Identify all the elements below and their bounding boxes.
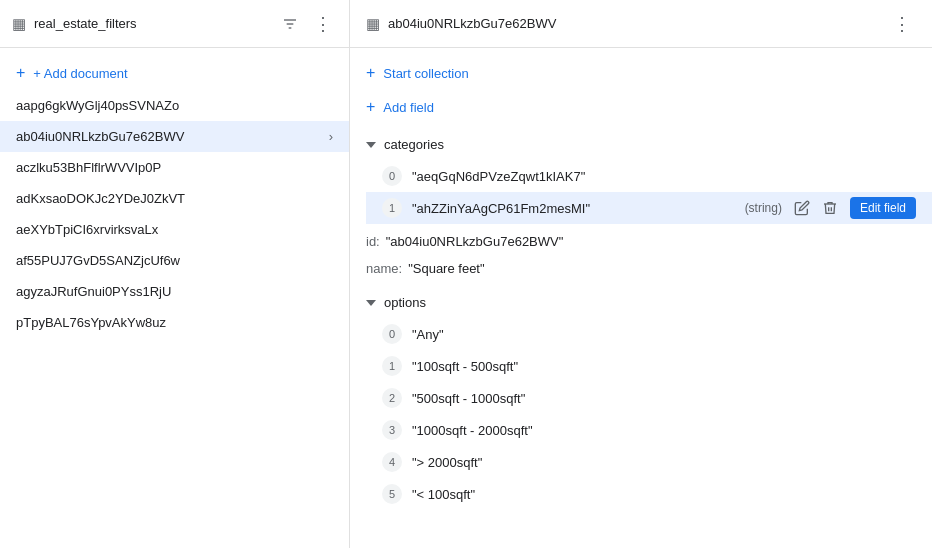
options-field: options 0 "Any" 1 "100sqft - 500sqft" 2 …	[350, 286, 932, 510]
doc-id-6: agyzaJRufGnui0PYss1RjU	[16, 284, 171, 299]
add-document-button[interactable]: + + Add document	[0, 56, 349, 90]
right-header: ▦ ab04iu0NRLkzbGu7e62BWV ⋮	[350, 0, 932, 48]
categories-item-0: 0 "aeqGqN6dPVzeZqwt1kIAK7"	[366, 160, 932, 192]
doc-item-3[interactable]: adKxsaoDOKJc2YDeJ0ZkVT	[0, 183, 349, 214]
categories-index-1: 1	[382, 198, 402, 218]
options-item-1: 1 "100sqft - 500sqft"	[366, 350, 932, 382]
options-item-3: 3 "1000sqft - 2000sqft"	[366, 414, 932, 446]
right-panel: ▦ ab04iu0NRLkzbGu7e62BWV ⋮ + Start colle…	[350, 0, 932, 548]
options-header-row: options	[350, 286, 932, 318]
more-options-left-button[interactable]: ⋮	[310, 11, 337, 37]
options-item-5: 5 "< 100sqft"	[366, 478, 932, 510]
doc-id-7: pTpyBAL76sYpvAkYw8uz	[16, 315, 166, 330]
expand-categories-icon[interactable]	[366, 137, 376, 151]
name-value: "Square feet"	[408, 261, 484, 276]
categories-type-1: (string)	[745, 201, 782, 215]
plus-icon-collection: +	[366, 64, 375, 82]
id-field-row: id: "ab04iu0NRLkzbGu7e62BWV"	[350, 228, 932, 255]
name-field-row: name: "Square feet"	[350, 255, 932, 282]
document-title: ab04iu0NRLkzbGu7e62BWV	[388, 16, 881, 31]
doc-item-1[interactable]: ab04iu0NRLkzbGu7e62BWV ›	[0, 121, 349, 152]
edit-categories-1-button[interactable]	[790, 196, 814, 220]
options-index-3: 3	[382, 420, 402, 440]
options-key: options	[384, 295, 426, 310]
options-index-2: 2	[382, 388, 402, 408]
categories-item-1-actions	[790, 196, 842, 220]
categories-key: categories	[384, 137, 444, 152]
doc-id-3: adKxsaoDOKJc2YDeJ0ZkVT	[16, 191, 185, 206]
filter-button[interactable]	[278, 12, 302, 36]
options-value-1: "100sqft - 500sqft"	[412, 359, 916, 374]
doc-item-4[interactable]: aeXYbTpiCI6xrvirksvaLx	[0, 214, 349, 245]
plus-icon: +	[16, 64, 25, 82]
document-icon: ▦	[12, 15, 26, 33]
add-field-label: Add field	[383, 100, 434, 115]
start-collection-button[interactable]: + Start collection	[350, 56, 932, 90]
categories-value-1: "ahZZinYaAgCP61Fm2mesMI"	[412, 201, 745, 216]
doc-id-4: aeXYbTpiCI6xrvirksvaLx	[16, 222, 158, 237]
categories-items: 0 "aeqGqN6dPVzeZqwt1kIAK7" 1 "ahZZinYaAg…	[350, 160, 932, 224]
doc-item-6[interactable]: agyzaJRufGnui0PYss1RjU	[0, 276, 349, 307]
doc-id-2: aczlku53BhFlflrWVVIp0P	[16, 160, 161, 175]
plus-icon-field: +	[366, 98, 375, 116]
start-collection-label: Start collection	[383, 66, 468, 81]
doc-item-0[interactable]: aapg6gkWyGlj40psSVNAZo	[0, 90, 349, 121]
id-key: id:	[366, 234, 380, 249]
document-icon-right: ▦	[366, 15, 380, 33]
categories-item-1: 1 "ahZZinYaAgCP61Fm2mesMI" (string)	[366, 192, 932, 224]
categories-value-0: "aeqGqN6dPVzeZqwt1kIAK7"	[412, 169, 916, 184]
categories-index-0: 0	[382, 166, 402, 186]
options-value-2: "500sqft - 1000sqft"	[412, 391, 916, 406]
delete-categories-1-button[interactable]	[818, 196, 842, 220]
doc-id-0: aapg6gkWyGlj40psSVNAZo	[16, 98, 179, 113]
options-item-2: 2 "500sqft - 1000sqft"	[366, 382, 932, 414]
doc-item-7[interactable]: pTpyBAL76sYpvAkYw8uz	[0, 307, 349, 338]
options-value-3: "1000sqft - 2000sqft"	[412, 423, 916, 438]
options-value-4: "> 2000sqft"	[412, 455, 916, 470]
categories-header-row: categories	[350, 128, 932, 160]
expand-options-icon[interactable]	[366, 295, 376, 309]
document-fields: + Start collection + Add field categorie…	[350, 48, 932, 548]
left-panel: ▦ real_estate_filters ⋮ + + Add document…	[0, 0, 350, 548]
doc-id-1: ab04iu0NRLkzbGu7e62BWV	[16, 129, 184, 144]
edit-field-badge[interactable]: Edit field	[850, 197, 916, 219]
options-index-5: 5	[382, 484, 402, 504]
options-items: 0 "Any" 1 "100sqft - 500sqft" 2 "500sqft…	[350, 318, 932, 510]
id-value: "ab04iu0NRLkzbGu7e62BWV"	[386, 234, 564, 249]
add-document-label: + Add document	[33, 66, 127, 81]
options-index-4: 4	[382, 452, 402, 472]
name-key: name:	[366, 261, 402, 276]
collection-title: real_estate_filters	[34, 16, 270, 31]
options-value-0: "Any"	[412, 327, 916, 342]
left-header: ▦ real_estate_filters ⋮	[0, 0, 349, 48]
categories-field: categories 0 "aeqGqN6dPVzeZqwt1kIAK7" 1 …	[350, 128, 932, 224]
more-options-right-button[interactable]: ⋮	[889, 11, 916, 37]
doc-item-2[interactable]: aczlku53BhFlflrWVVIp0P	[0, 152, 349, 183]
document-list: + + Add document aapg6gkWyGlj40psSVNAZo …	[0, 48, 349, 548]
options-item-4: 4 "> 2000sqft"	[366, 446, 932, 478]
options-item-0: 0 "Any"	[366, 318, 932, 350]
doc-item-5[interactable]: af55PUJ7GvD5SANZjcUf6w	[0, 245, 349, 276]
chevron-right-icon: ›	[329, 129, 333, 144]
add-field-button[interactable]: + Add field	[350, 90, 932, 124]
options-value-5: "< 100sqft"	[412, 487, 916, 502]
doc-id-5: af55PUJ7GvD5SANZjcUf6w	[16, 253, 180, 268]
options-index-1: 1	[382, 356, 402, 376]
options-index-0: 0	[382, 324, 402, 344]
